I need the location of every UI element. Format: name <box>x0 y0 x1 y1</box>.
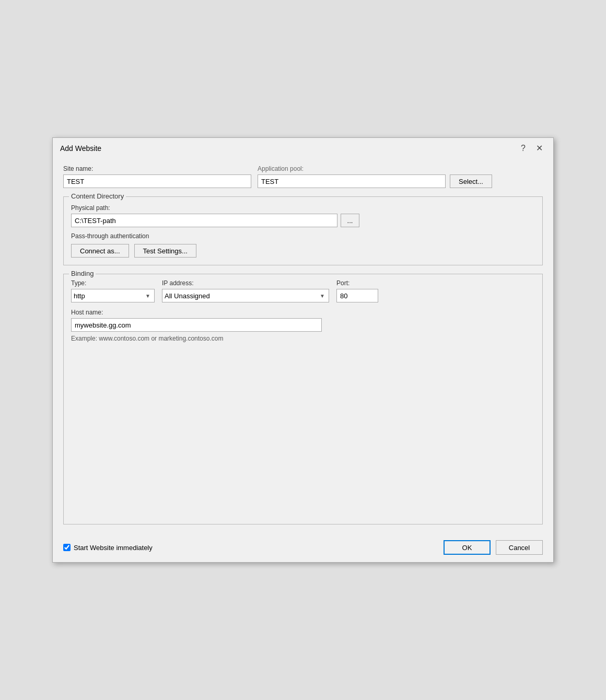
auth-buttons-row: Connect as... Test Settings... <box>71 244 535 258</box>
site-name-input[interactable] <box>63 174 251 188</box>
physical-path-input[interactable] <box>71 214 337 227</box>
site-app-pool-row: Site name: Application pool: Select... <box>63 165 543 188</box>
help-button[interactable]: ? <box>518 143 529 154</box>
ip-group: IP address: All Unassigned ▼ <box>162 279 329 302</box>
type-group: Type: http https ▼ <box>71 279 155 302</box>
ip-label: IP address: <box>162 279 329 287</box>
dialog-footer: Start Website immediately OK Cancel <box>53 533 553 562</box>
select-button[interactable]: Select... <box>450 174 492 188</box>
binding-title: Binding <box>69 270 96 277</box>
dialog-title: Add Website <box>60 144 101 153</box>
host-name-group: Host name: <box>71 309 535 332</box>
app-pool-label: Application pool: <box>258 165 492 172</box>
type-label: Type: <box>71 279 155 287</box>
site-name-group: Site name: <box>63 165 251 188</box>
ip-select[interactable]: All Unassigned <box>162 289 329 302</box>
dialog-body: Site name: Application pool: Select... C… <box>53 157 553 533</box>
host-name-input[interactable] <box>71 318 322 332</box>
ok-button[interactable]: OK <box>444 540 491 555</box>
site-name-label: Site name: <box>63 165 251 172</box>
start-website-row: Start Website immediately <box>63 544 153 552</box>
start-website-label: Start Website immediately <box>74 544 153 552</box>
title-bar: Add Website ? ✕ <box>53 138 553 157</box>
ip-select-wrapper: All Unassigned ▼ <box>162 289 329 302</box>
physical-path-group: Physical path: ... <box>71 204 535 227</box>
port-group: Port: <box>336 279 378 302</box>
port-label: Port: <box>336 279 378 287</box>
app-pool-input[interactable] <box>258 174 446 188</box>
add-website-dialog: Add Website ? ✕ Site name: Application p… <box>52 137 554 563</box>
app-pool-group: Application pool: Select... <box>258 165 492 188</box>
app-pool-input-row: Select... <box>258 174 492 188</box>
binding-options-row: Type: http https ▼ IP address: All Unass… <box>71 279 535 302</box>
physical-path-row: ... <box>71 214 535 227</box>
content-directory-group: Content Directory Physical path: ... Pas… <box>63 196 543 265</box>
host-name-label: Host name: <box>71 309 535 316</box>
content-directory-title: Content Directory <box>69 192 126 200</box>
connect-as-button[interactable]: Connect as... <box>71 244 129 258</box>
browse-button[interactable]: ... <box>341 214 359 227</box>
type-select[interactable]: http https <box>71 289 155 302</box>
physical-path-label: Physical path: <box>71 204 535 212</box>
example-text: Example: www.contoso.com or marketing.co… <box>71 335 535 342</box>
port-input[interactable] <box>336 289 378 302</box>
footer-buttons: OK Cancel <box>444 540 543 555</box>
close-button[interactable]: ✕ <box>533 143 546 154</box>
pass-through-label: Pass-through authentication <box>71 232 535 240</box>
cancel-button[interactable]: Cancel <box>496 540 543 555</box>
start-website-checkbox[interactable] <box>63 544 71 551</box>
test-settings-button[interactable]: Test Settings... <box>134 244 196 258</box>
title-bar-controls: ? ✕ <box>518 143 546 154</box>
type-select-wrapper: http https ▼ <box>71 289 155 302</box>
binding-group: Binding Type: http https ▼ IP address: <box>63 274 543 524</box>
